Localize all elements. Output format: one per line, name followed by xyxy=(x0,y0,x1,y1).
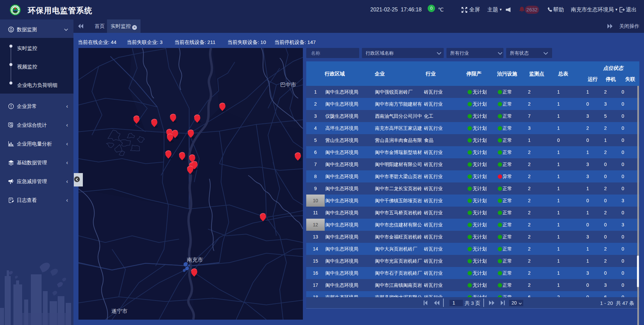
svg-text:巴中市: 巴中市 xyxy=(280,82,296,88)
svg-text:遂宁市: 遂宁市 xyxy=(111,308,127,314)
svg-text:南充市: 南充市 xyxy=(187,257,203,263)
